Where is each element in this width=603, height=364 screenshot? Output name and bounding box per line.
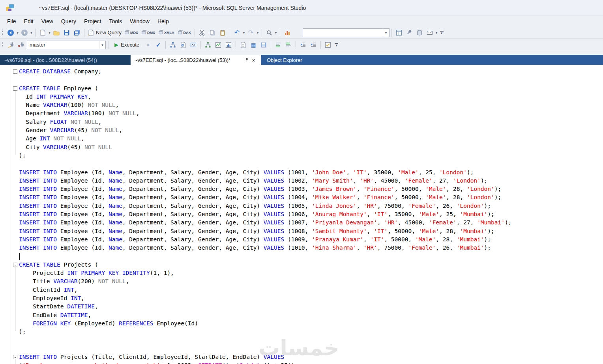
change-connection-button[interactable] xyxy=(16,40,26,50)
activity-monitor-button[interactable] xyxy=(283,28,292,37)
save-all-button[interactable] xyxy=(72,28,82,37)
document-tab[interactable]: ~vs7EEF.sql - (loc...S08D22\huawei (53))… xyxy=(131,55,261,65)
query-options-button[interactable] xyxy=(178,40,188,50)
find-dropdown-caret[interactable]: ▾ xyxy=(274,31,278,35)
code-line[interactable]: ); xyxy=(0,328,603,336)
client-stats-button[interactable] xyxy=(224,40,233,50)
undo-button[interactable]: ↶ xyxy=(232,28,242,37)
fold-collapse-icon[interactable]: - xyxy=(13,263,17,267)
code-line[interactable]: ProjectId INT PRIMARY KEY IDENTITY(1, 1)… xyxy=(0,269,603,277)
estimated-plan-button[interactable] xyxy=(168,40,178,50)
new-file-dropdown-caret[interactable]: ▾ xyxy=(48,31,51,35)
toolbar-combobox[interactable]: ▾ xyxy=(303,28,390,37)
results-to-text-button[interactable] xyxy=(238,40,248,50)
menu-file[interactable]: File xyxy=(3,17,20,26)
code-line[interactable]: Title VARCHAR(200) NOT NULL, xyxy=(0,277,603,286)
code-line[interactable]: FOREIGN KEY (EmployeeId) REFERENCES Empl… xyxy=(0,319,603,328)
tab-object-explorer[interactable]: Object Explorer xyxy=(261,55,308,65)
new-file-button[interactable] xyxy=(38,28,47,37)
code-editor[interactable]: CREATE DATABASE Company;-CREATE TABLE Em… xyxy=(0,65,603,364)
results-to-file-button[interactable] xyxy=(259,40,268,50)
find-button[interactable] xyxy=(264,28,274,37)
code-line[interactable]: EmployeeId INT, xyxy=(0,294,603,302)
dmx-query-button[interactable]: DMX xyxy=(140,28,156,37)
code-line[interactable]: ('Develop ecommerce website from scratch… xyxy=(0,361,603,364)
available-databases-combobox[interactable]: master ▾ xyxy=(27,41,106,49)
mdx-query-button[interactable]: MDX xyxy=(123,28,139,37)
extras-dropdown-caret[interactable]: ▾ xyxy=(435,31,438,35)
code-line[interactable]: INSERT INTO Employee (Id, Name, Departme… xyxy=(0,227,603,235)
code-line[interactable]: CREATE TABLE Projects (- xyxy=(0,261,603,269)
properties-button[interactable] xyxy=(404,28,414,37)
code-line[interactable] xyxy=(0,252,603,261)
code-line[interactable]: ); xyxy=(0,151,603,160)
save-button[interactable] xyxy=(62,28,71,37)
feedback-button[interactable] xyxy=(425,28,434,37)
actual-plan-button[interactable] xyxy=(203,40,213,50)
code-line[interactable]: Salary FLOAT NOT NULL, xyxy=(0,118,603,126)
open-file-button[interactable] xyxy=(52,28,61,37)
code-line[interactable]: INSERT INTO Employee (Id, Name, Departme… xyxy=(0,193,603,202)
template-parameters-button[interactable] xyxy=(323,40,333,50)
paste-button[interactable] xyxy=(218,28,227,37)
code-line[interactable]: CREATE DATABASE Company;- xyxy=(0,67,603,76)
code-line[interactable]: INSERT INTO Employee (Id, Name, Departme… xyxy=(0,185,603,193)
intellisense-button[interactable] xyxy=(189,40,198,50)
back-dropdown-caret[interactable]: ▾ xyxy=(16,31,19,35)
document-tab[interactable]: ~vs6739.sql - (loc...S08D22\huawei (54)) xyxy=(0,55,130,65)
menu-view[interactable]: View xyxy=(37,17,57,26)
redo-button[interactable]: ↷ xyxy=(246,28,256,37)
menu-query[interactable]: Query xyxy=(57,17,80,26)
new-query-button[interactable]: New Query xyxy=(87,28,122,37)
code-line[interactable]: INSERT INTO Employee (Id, Name, Departme… xyxy=(0,202,603,210)
live-query-stats-button[interactable] xyxy=(213,40,223,50)
menu-tools[interactable]: Tools xyxy=(105,17,126,26)
code-line[interactable]: EndDate DATETIME, xyxy=(0,311,603,319)
code-line[interactable]: Department VARCHAR(100) NOT NULL, xyxy=(0,109,603,118)
fold-collapse-icon[interactable]: - xyxy=(13,69,17,74)
code-line[interactable]: Gender VARCHAR(45) NOT NULL, xyxy=(0,126,603,134)
execute-button[interactable]: ▶ Execute xyxy=(112,40,142,50)
database-layers-button[interactable] xyxy=(415,28,424,37)
toolbar-grip[interactable] xyxy=(2,30,3,36)
code-line[interactable]: CREATE TABLE Employee (- xyxy=(0,84,603,93)
forward-dropdown-caret[interactable]: ▾ xyxy=(30,31,33,35)
menu-help[interactable]: Help xyxy=(154,17,173,26)
menu-edit[interactable]: Edit xyxy=(20,17,37,26)
cut-button[interactable] xyxy=(197,28,207,37)
code-line[interactable] xyxy=(0,160,603,168)
navigate-back-button[interactable] xyxy=(6,28,15,37)
cancel-query-button[interactable]: ■ xyxy=(143,40,153,50)
increase-indent-button[interactable] xyxy=(309,40,318,50)
combobox-dropdown-caret[interactable]: ▾ xyxy=(383,29,389,37)
fold-collapse-icon[interactable]: - xyxy=(13,355,17,359)
code-line[interactable] xyxy=(0,76,603,84)
code-line[interactable]: INSERT INTO Employee (Id, Name, Departme… xyxy=(0,168,603,177)
code-line[interactable]: Name VARCHAR(100) NOT NULL, xyxy=(0,101,603,109)
redo-dropdown-caret[interactable]: ▾ xyxy=(256,31,260,35)
code-line[interactable]: ClientId INT, xyxy=(0,286,603,294)
toolbar-grip[interactable] xyxy=(2,42,3,48)
code-line[interactable]: INSERT INTO Employee (Id, Name, Departme… xyxy=(0,218,603,227)
code-line[interactable]: Id INT PRIMARY KEY, xyxy=(0,93,603,101)
toolbar-overflow-button[interactable]: ▾ xyxy=(335,43,338,47)
parse-button[interactable]: ✓ xyxy=(154,40,163,50)
window-grid-button[interactable] xyxy=(394,28,404,37)
pin-icon[interactable] xyxy=(243,58,250,63)
code-line[interactable]: INSERT INTO Employee (Id, Name, Departme… xyxy=(0,235,603,244)
database-dropdown-caret[interactable]: ▾ xyxy=(99,41,105,49)
code-line[interactable]: Age INT NOT NULL, xyxy=(0,134,603,143)
close-icon[interactable]: × xyxy=(250,57,257,63)
connect-button[interactable] xyxy=(6,40,15,50)
code-line[interactable]: INSERT INTO Employee (Id, Name, Departme… xyxy=(0,177,603,185)
code-line[interactable]: INSERT INTO Employee (Id, Name, Departme… xyxy=(0,244,603,252)
code-area[interactable]: CREATE DATABASE Company;-CREATE TABLE Em… xyxy=(0,65,603,364)
navigate-forward-button[interactable] xyxy=(20,28,29,37)
code-line[interactable]: City VARCHAR(45) NOT NULL xyxy=(0,143,603,151)
uncomment-button[interactable] xyxy=(284,40,293,50)
code-line[interactable]: INSERT INTO Employee (Id, Name, Departme… xyxy=(0,210,603,218)
undo-dropdown-caret[interactable]: ▾ xyxy=(242,31,246,35)
menu-window[interactable]: Window xyxy=(126,17,154,26)
menu-project[interactable]: Project xyxy=(80,17,105,26)
xmla-query-button[interactable]: XMLA xyxy=(157,28,176,37)
